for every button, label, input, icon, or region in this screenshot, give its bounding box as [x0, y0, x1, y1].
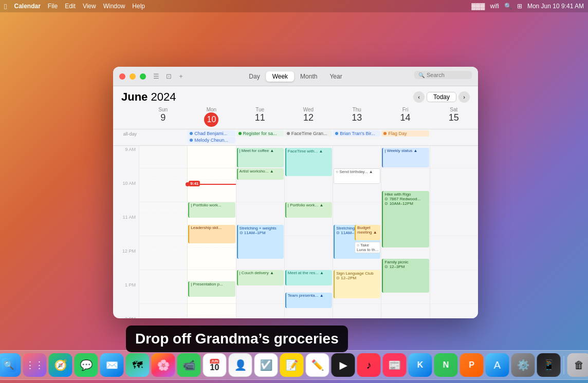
event-meet-coffee[interactable]: | Meet for coffee ▲	[237, 148, 284, 167]
tab-year[interactable]: Year	[323, 71, 348, 82]
next-button[interactable]: ›	[458, 91, 470, 103]
event-presentation-mon[interactable]: | Presentation p...	[188, 281, 235, 297]
event-send-bday[interactable]: ○ Send birthday... ▲	[334, 168, 380, 184]
time-12pm: 12 PM	[113, 247, 139, 270]
event-couch-delivery[interactable]: | Couch delivery ▲	[237, 270, 284, 285]
allday-tue: Register for sa...	[236, 129, 284, 145]
dock-freeform[interactable]: ✏️	[306, 353, 329, 377]
event-budget-meeting[interactable]: Budget meeting ▲	[355, 225, 380, 240]
today-button[interactable]: Today	[427, 92, 456, 102]
view-tabs: Day Week Month Year	[243, 71, 348, 82]
menu-file[interactable]: File	[48, 3, 58, 10]
menu-help[interactable]: Help	[132, 3, 145, 10]
dock-numbers[interactable]: N	[434, 353, 458, 377]
allday-event-flag-day[interactable]: Flag Day	[381, 130, 429, 137]
time-11am: 11 AM	[113, 214, 139, 236]
month-year-title: June 2024	[121, 90, 176, 104]
time-10am: 10 AM	[113, 180, 139, 202]
allday-event-brian-bday[interactable]: Brian Tran's Bir...	[333, 130, 380, 137]
allday-label: all-day	[113, 129, 139, 145]
time-grid: 9 AM 10 AM 11 AM 12 PM 1 PM 2 PM 3 PM 4 …	[113, 146, 478, 318]
event-facetime-with[interactable]: FaceTime with... ▲	[285, 148, 332, 176]
dock-safari[interactable]: 🧭	[49, 353, 72, 377]
dock: 🔍 ⋮⋮ 🧭 💬 ✉️ 🗺 🌸 📹 JUN 10 👤 ☑️ 📝 ✏️ ▶	[0, 350, 588, 380]
dock-mail[interactable]: ✉️	[100, 353, 124, 377]
dock-news[interactable]: 📰	[383, 353, 407, 377]
event-hike-rigo[interactable]: Hike with Rigo⊙ 7867 Redwood...⊙ 10AM–12…	[382, 191, 429, 247]
inbox-icon[interactable]: ⊡	[164, 72, 173, 81]
dock-appstore[interactable]: A	[486, 353, 509, 377]
svg-text:🔍: 🔍	[4, 360, 14, 370]
allday-event-facetime-gran[interactable]: FaceTime Gran...	[285, 130, 332, 137]
add-event-icon[interactable]: +	[177, 72, 185, 81]
tab-month[interactable]: Month	[294, 71, 323, 82]
day-header-sat: Sat 15	[430, 106, 478, 129]
allday-wed: FaceTime Gran...	[284, 129, 333, 145]
dock-tv[interactable]: ▶	[332, 353, 355, 377]
minimize-button[interactable]	[130, 73, 136, 80]
event-portfolio-wed[interactable]: | Portfolio work... ▲	[285, 202, 332, 218]
event-sign-language[interactable]: Sign Language Club⊙ 12–2PM	[334, 270, 380, 298]
tab-day[interactable]: Day	[243, 71, 266, 82]
event-stretching-tue[interactable]: Stretching + weights⊙ 11AM–1PM	[237, 225, 284, 259]
dock-facetime[interactable]: 📹	[177, 353, 201, 377]
calendar-window: ☰ ⊡ + Day Week Month Year 🔍 June 2024 ‹ …	[113, 67, 478, 318]
allday-event-register[interactable]: Register for sa...	[236, 130, 284, 137]
menubar-right: ▓▓▓ wifi 🔍 ⊞ Mon Jun 10 9:41 AM	[471, 3, 584, 10]
cal-header: June 2024 ‹ Today ›	[113, 86, 478, 106]
dock-photos[interactable]: 🌸	[152, 353, 175, 377]
allday-mon: Chad Benjami... Melody Cheun...	[187, 129, 235, 145]
dock-notes[interactable]: 📝	[280, 353, 304, 377]
dock-reminders[interactable]: ☑️	[254, 353, 278, 377]
search-icon-menu[interactable]: 🔍	[504, 3, 512, 10]
dock-pages[interactable]: P	[460, 353, 484, 377]
event-leadership[interactable]: Leadership skil...	[188, 225, 235, 243]
time-gutter-header	[113, 106, 139, 129]
app-name[interactable]: Calendar	[14, 3, 40, 10]
event-meet-res[interactable]: Meet at the res... ▲	[285, 270, 332, 285]
dock-maps[interactable]: 🗺	[126, 353, 150, 377]
menu-view[interactable]: View	[83, 3, 96, 10]
dock-calendar[interactable]: JUN 10	[203, 353, 227, 377]
event-family-picnic[interactable]: Family picnic⊙ 12–3PM	[382, 259, 429, 293]
apple-menu[interactable]: 	[4, 2, 7, 11]
sidebar-toggle-icon[interactable]: ☰	[152, 72, 160, 81]
allday-fri: Flag Day	[381, 129, 429, 145]
dock-messages[interactable]: 💬	[75, 353, 98, 377]
tab-week[interactable]: Week	[266, 71, 294, 82]
prev-button[interactable]: ‹	[413, 91, 425, 103]
search-input[interactable]	[427, 72, 468, 78]
wifi-icon: wifi	[490, 3, 499, 10]
day-header-tue: Tue 11	[236, 106, 284, 129]
allday-sat	[430, 129, 478, 145]
event-portfolio-mon[interactable]: | Portfolio work...	[188, 202, 235, 218]
event-weekly-status[interactable]: | Weekly status ▲	[382, 148, 429, 167]
control-center-icon[interactable]: ⊞	[517, 3, 522, 10]
event-team-pres[interactable]: Team presenta... ▲	[285, 293, 332, 308]
allday-event-chad[interactable]: Chad Benjami...	[188, 130, 235, 137]
current-time-badge: 9:41	[189, 181, 200, 186]
dock-keynote[interactable]: K	[409, 353, 432, 377]
dock-finder[interactable]: 🔍	[0, 353, 21, 377]
datetime: Mon Jun 10 9:41 AM	[527, 3, 584, 10]
menu-window[interactable]: Window	[103, 3, 125, 10]
time-9am: 9 AM	[113, 146, 139, 168]
maximize-button[interactable]	[140, 73, 146, 80]
titlebar-actions: ☰ ⊡ +	[152, 72, 185, 81]
search-box[interactable]: 🔍	[414, 71, 472, 79]
dock-music[interactable]: ♪	[357, 353, 381, 377]
dock-contacts[interactable]: 👤	[229, 353, 252, 377]
dock-separator	[564, 356, 564, 374]
allday-sun	[139, 129, 187, 145]
event-take-luna[interactable]: ○ Take Luna to th...	[355, 242, 380, 253]
dock-trash[interactable]: 🗑	[567, 353, 589, 377]
menu-edit[interactable]: Edit	[65, 3, 76, 10]
dock-settings[interactable]: ⚙️	[511, 353, 535, 377]
day-header-mon: Mon 10	[187, 106, 235, 129]
event-artist-workshop[interactable]: Artist worksho... ▲	[237, 168, 284, 180]
dock-launchpad[interactable]: ⋮⋮	[23, 353, 47, 377]
close-button[interactable]	[119, 73, 125, 80]
allday-event-melody[interactable]: Melody Cheun...	[188, 137, 235, 143]
time-2pm: 2 PM	[113, 315, 139, 318]
dock-iphone-mirror[interactable]: 📱	[537, 353, 561, 377]
